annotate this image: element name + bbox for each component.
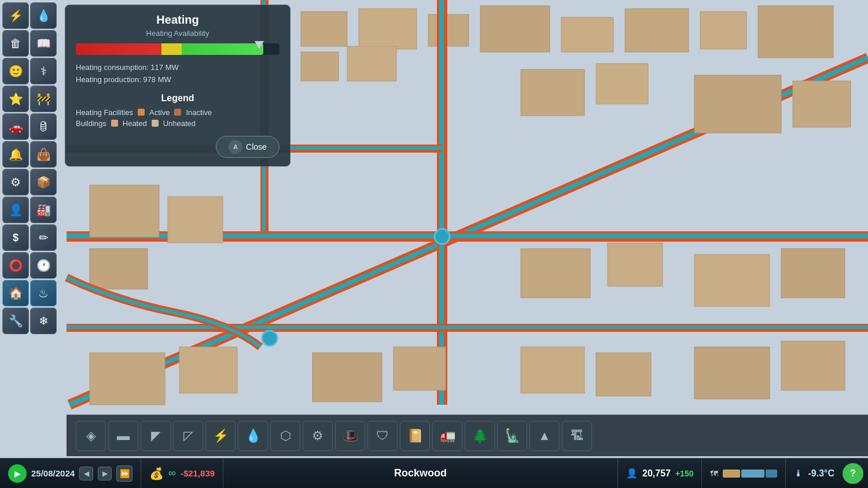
map-overlay-segment: 🗺 [702, 459, 786, 488]
money-segment: 💰 ∞ -$21,839 [141, 459, 223, 488]
buildings-label: Buildings [76, 119, 106, 128]
svg-rect-36 [781, 249, 845, 298]
close-key: A [229, 140, 242, 154]
heated-dot [111, 120, 118, 127]
toolbar-btn-triangle[interactable]: ▲ [529, 421, 560, 451]
sidebar-btn-heating-waves[interactable]: ♨ [30, 280, 57, 306]
toolbar-btn-journal[interactable]: 📔 [400, 421, 430, 451]
toolbar-btn-truck[interactable]: 🚛 [432, 421, 462, 451]
svg-rect-4 [428, 14, 469, 46]
toolbar-btn-road-angle[interactable]: ◸ [173, 421, 203, 451]
svg-rect-37 [90, 353, 165, 405]
sidebar-btn-cone[interactable]: 🚧 [30, 86, 57, 112]
date-next-button[interactable]: ▶ [98, 467, 112, 480]
sidebar-btn-person[interactable]: 👤 [2, 197, 29, 223]
toolbar-btn-gear[interactable]: ⚙ [303, 421, 333, 451]
production-text: Heating production: 978 MW [76, 74, 279, 86]
sidebar-row-5: 🚗 🛢 [2, 113, 60, 140]
sidebar-row-10: ⭕ 🕐 [2, 252, 60, 279]
svg-rect-28 [90, 249, 148, 289]
consumption-text: Heating consumption: 117 MW [76, 62, 279, 74]
active-dot [138, 109, 145, 116]
sidebar-btn-smiley[interactable]: 🙂 [2, 58, 29, 84]
sidebar-row-8: 👤 🏭 [2, 197, 60, 223]
svg-point-22 [435, 229, 450, 244]
sidebar-btn-wrench[interactable]: 🔧 [2, 308, 29, 334]
close-button[interactable]: A Close [216, 136, 279, 158]
play-button[interactable]: ▶ [8, 464, 27, 483]
toolbar-btn-electricity[interactable]: ⚡ [205, 421, 236, 451]
map-overlay-bar [723, 469, 777, 478]
inactive-label: Inactive [186, 108, 212, 117]
panel-subtitle: Heating Availability [76, 29, 279, 38]
date-prev-button[interactable]: ◀ [79, 467, 93, 480]
sidebar-btn-circle[interactable]: ⭕ [2, 252, 29, 279]
sidebar-row-2: 🗑 📖 [2, 30, 60, 57]
svg-rect-30 [596, 64, 648, 104]
toolbar-btn-zone[interactable]: ⬡ [270, 421, 300, 451]
sidebar-btn-health[interactable]: ⚕ [30, 58, 57, 84]
legend-facilities-row: Heating Facilities Active Inactive [76, 108, 279, 117]
panel-title: Heating [76, 13, 279, 27]
svg-rect-13 [439, 0, 444, 405]
toolbar-btn-water[interactable]: 💧 [238, 421, 268, 451]
svg-rect-32 [608, 243, 663, 286]
svg-rect-21 [67, 326, 868, 329]
svg-rect-27 [168, 197, 223, 243]
sidebar-btn-factory[interactable]: 🏭 [30, 197, 57, 223]
sidebar-btn-car[interactable]: 🚗 [2, 113, 29, 140]
speed-button[interactable]: ⏩ [116, 465, 133, 482]
temperature-icon: 🌡 [794, 468, 803, 479]
sidebar-btn-book[interactable]: 📖 [30, 30, 57, 57]
temperature-value: -9.3°C [808, 468, 834, 479]
sidebar-btn-dollar[interactable]: $ [2, 224, 29, 251]
inactive-dot [174, 109, 181, 116]
overlay-bar-1 [723, 469, 740, 478]
svg-point-23 [262, 331, 277, 346]
svg-rect-6 [561, 17, 613, 52]
active-label: Active [149, 108, 170, 117]
svg-rect-35 [694, 254, 770, 306]
sidebar-row-1: ⚡ 💧 [2, 2, 60, 29]
sidebar-btn-barrel[interactable]: 🛢 [30, 113, 57, 140]
toolbar-btn-road-curve[interactable]: ◤ [141, 421, 171, 451]
overlay-bar-2 [741, 469, 764, 478]
sidebar-btn-heating-home[interactable]: 🏠 [2, 280, 29, 306]
sidebar-btn-trash[interactable]: 🗑 [2, 30, 29, 57]
svg-rect-25 [347, 46, 396, 81]
toolbar-btn-cursor[interactable]: ◈ [76, 421, 106, 451]
sidebar-row-6: 🔔 👜 [2, 141, 60, 168]
sidebar-row-12: 🔧 ❄ [2, 308, 60, 334]
sidebar-btn-water[interactable]: 💧 [30, 2, 57, 29]
toolbar-btn-road-straight[interactable]: ▬ [108, 421, 138, 451]
sidebar-btn-snowflake[interactable]: ❄ [30, 308, 57, 334]
sidebar-btn-pencil[interactable]: ✏ [30, 224, 57, 251]
sidebar-btn-clock[interactable]: 🕐 [30, 252, 57, 279]
legend-title: Legend [76, 93, 279, 103]
sidebar-btn-lightning[interactable]: ⚡ [2, 2, 29, 29]
sidebar-btn-bell[interactable]: 🔔 [2, 141, 29, 168]
bottom-toolbar: ◈ ▬ ◤ ◸ ⚡ 💧 ⬡ ⚙ 🎩 🛡 📔 🚛 🌲 🗽 ▲ 🏗 [67, 415, 868, 456]
sidebar-btn-bag[interactable]: 👜 [30, 141, 57, 168]
map-overlay-icon: 🗺 [710, 469, 718, 478]
population-icon: 👤 [626, 468, 638, 479]
toolbar-btn-shield[interactable]: 🛡 [367, 421, 398, 451]
sidebar-row-11: 🏠 ♨ [2, 280, 60, 306]
toolbar-btn-hat[interactable]: 🎩 [335, 421, 365, 451]
sidebar-btn-box[interactable]: 📦 [30, 169, 57, 195]
sidebar-btn-star[interactable]: ⭐ [2, 86, 29, 112]
toolbar-btn-monument[interactable]: 🗽 [497, 421, 527, 451]
svg-rect-33 [694, 75, 781, 133]
help-button[interactable]: ? [843, 463, 863, 484]
bar-yellow [161, 43, 182, 55]
toolbar-btn-crane[interactable]: 🏗 [562, 421, 592, 451]
date-segment: ▶ 25/08/2024 ◀ ▶ ⏩ [0, 459, 141, 488]
stats-text: Heating consumption: 117 MW Heating prod… [76, 62, 279, 86]
svg-rect-24 [301, 52, 339, 81]
heated-label: Heated [123, 119, 147, 128]
status-bar: ▶ 25/08/2024 ◀ ▶ ⏩ 💰 ∞ -$21,839 Rockwood… [0, 458, 868, 488]
sidebar-btn-gear[interactable]: ⚙ [2, 169, 29, 195]
city-segment: Rockwood [223, 459, 618, 488]
svg-rect-29 [521, 69, 584, 116]
toolbar-btn-tree[interactable]: 🌲 [465, 421, 495, 451]
